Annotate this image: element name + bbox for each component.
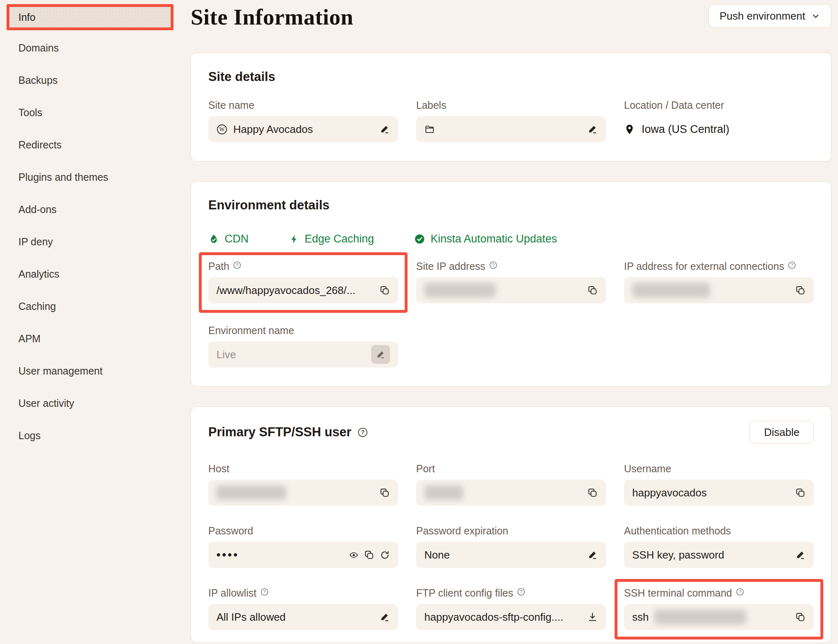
cdn-badge-label: CDN bbox=[225, 233, 249, 245]
wordpress-icon: W bbox=[216, 124, 228, 135]
environment-badges: CDN Edge Caching Kinsta Automatic Update… bbox=[208, 233, 814, 245]
copy-icon bbox=[587, 285, 598, 296]
site-ip-field bbox=[416, 277, 606, 303]
lightning-icon bbox=[289, 234, 300, 245]
ssh-command-value: ssh bbox=[632, 611, 649, 624]
edge-caching-badge: Edge Caching bbox=[289, 233, 374, 245]
sidebar-item-info[interactable]: Info bbox=[7, 4, 173, 30]
environment-details-heading: Environment details bbox=[208, 198, 814, 213]
copy-ssh-command-button[interactable] bbox=[795, 612, 806, 622]
port-field bbox=[416, 480, 606, 506]
disable-button[interactable]: Disable bbox=[750, 421, 814, 444]
sidebar-item-user-management[interactable]: User management bbox=[7, 358, 173, 384]
sidebar-item-add-ons[interactable]: Add-ons bbox=[7, 196, 173, 222]
page-title: Site Information bbox=[191, 4, 354, 30]
redacted-ssh-command-value bbox=[654, 610, 746, 624]
svg-text:?: ? bbox=[791, 263, 793, 267]
labels-label: Labels bbox=[416, 99, 606, 111]
ftp-config-label: FTP client config files ? bbox=[416, 587, 606, 599]
edit-site-name-button[interactable] bbox=[379, 124, 390, 135]
password-expiration-label: Password expiration bbox=[416, 525, 606, 537]
path-label: Path ? bbox=[208, 260, 398, 272]
site-details-card: Site details Site name W Happy Avocados bbox=[191, 53, 831, 162]
edit-authentication-methods-button[interactable] bbox=[795, 550, 806, 560]
ftp-config-value: happyavocados-sftp-config.... bbox=[424, 611, 581, 624]
svg-text:?: ? bbox=[520, 589, 523, 594]
ip-allowlist-value: All IPs allowed bbox=[216, 611, 374, 624]
external-ip-field bbox=[624, 277, 814, 303]
edge-caching-badge-label: Edge Caching bbox=[305, 233, 374, 245]
svg-text:?: ? bbox=[739, 589, 741, 594]
ftp-config-field: happyavocados-sftp-config.... bbox=[416, 604, 606, 630]
ip-allowlist-field: All IPs allowed bbox=[208, 604, 398, 630]
edit-icon bbox=[379, 124, 390, 135]
copy-icon bbox=[379, 285, 390, 296]
svg-text:W: W bbox=[219, 126, 225, 132]
authentication-methods-label: Authentication methods bbox=[624, 525, 814, 537]
sidebar-item-ip-deny[interactable]: IP deny bbox=[7, 229, 173, 255]
sidebar-item-tools[interactable]: Tools bbox=[7, 99, 173, 126]
password-expiration-field: None bbox=[416, 542, 606, 568]
copy-username-button[interactable] bbox=[795, 487, 806, 498]
help-icon[interactable]: ? bbox=[357, 427, 368, 438]
sidebar-item-user-activity[interactable]: User activity bbox=[7, 390, 173, 416]
copy-icon bbox=[795, 285, 806, 296]
edit-environment-name-button[interactable] bbox=[371, 345, 390, 364]
help-icon[interactable]: ? bbox=[517, 588, 525, 596]
help-icon[interactable]: ? bbox=[489, 261, 498, 269]
sidebar-item-apm[interactable]: APM bbox=[7, 325, 173, 352]
help-icon[interactable]: ? bbox=[260, 588, 269, 596]
help-icon[interactable]: ? bbox=[736, 588, 744, 596]
password-field: •••• bbox=[208, 542, 398, 568]
sidebar-item-analytics[interactable]: Analytics bbox=[7, 261, 173, 287]
sidebar-item-plugins-and-themes[interactable]: Plugins and themes bbox=[7, 164, 173, 190]
authentication-methods-field: SSH key, password bbox=[624, 542, 814, 568]
push-environment-label: Push environment bbox=[719, 10, 805, 22]
kinsta-automatic-updates-badge: Kinsta Automatic Updates bbox=[414, 233, 557, 245]
labels-field bbox=[416, 116, 606, 142]
sftp-heading: Primary SFTP/SSH user ? bbox=[208, 425, 368, 440]
site-name-field: W Happy Avocados bbox=[208, 116, 398, 142]
sidebar-item-backups[interactable]: Backups bbox=[7, 67, 173, 93]
location-value: Iowa (US Central) bbox=[642, 123, 730, 136]
host-label: Host bbox=[208, 462, 398, 475]
location-label: Location / Data center bbox=[624, 99, 814, 111]
edit-ip-allowlist-button[interactable] bbox=[379, 612, 390, 622]
copy-password-button[interactable] bbox=[364, 550, 374, 560]
sidebar-item-domains[interactable]: Domains bbox=[7, 35, 173, 61]
eye-icon bbox=[349, 550, 358, 560]
edit-password-expiration-button[interactable] bbox=[587, 550, 598, 560]
redacted-external-ip-value bbox=[632, 283, 710, 298]
copy-icon bbox=[587, 487, 598, 498]
copy-host-button[interactable] bbox=[379, 487, 390, 498]
site-name-label: Site name bbox=[208, 99, 398, 111]
help-icon[interactable]: ? bbox=[788, 261, 796, 269]
sftp-ssh-card: Primary SFTP/SSH user ? Disable Host bbox=[191, 406, 831, 643]
kinsta-automatic-updates-badge-label: Kinsta Automatic Updates bbox=[430, 233, 557, 245]
download-ftp-config-button[interactable] bbox=[587, 612, 598, 622]
ip-allowlist-label: IP allowlist ? bbox=[208, 587, 398, 599]
port-label: Port bbox=[416, 462, 606, 475]
edit-icon bbox=[795, 550, 806, 560]
sidebar-item-logs[interactable]: Logs bbox=[7, 422, 173, 449]
ssh-command-field: ssh bbox=[624, 604, 814, 630]
copy-external-ip-button[interactable] bbox=[795, 285, 806, 296]
check-circle-icon bbox=[414, 233, 425, 245]
show-password-button[interactable] bbox=[349, 550, 358, 560]
edit-labels-button[interactable] bbox=[587, 124, 598, 135]
highlight-box-ssh-command: SSH terminal command ? ssh bbox=[615, 579, 823, 640]
push-environment-button[interactable]: Push environment bbox=[708, 4, 831, 28]
copy-icon bbox=[795, 612, 806, 622]
sidebar-item-redirects[interactable]: Redirects bbox=[7, 132, 173, 158]
environment-name-field: Live bbox=[208, 341, 398, 368]
copy-site-ip-button[interactable] bbox=[587, 285, 598, 296]
help-icon[interactable]: ? bbox=[233, 261, 241, 269]
copy-path-button[interactable] bbox=[379, 285, 390, 296]
password-label: Password bbox=[208, 525, 398, 537]
download-icon bbox=[587, 612, 598, 622]
site-details-heading: Site details bbox=[208, 70, 814, 84]
sidebar-item-caching[interactable]: Caching bbox=[7, 293, 173, 319]
redacted-port-value bbox=[424, 485, 463, 500]
copy-port-button[interactable] bbox=[587, 487, 598, 498]
regenerate-password-button[interactable] bbox=[380, 550, 390, 560]
